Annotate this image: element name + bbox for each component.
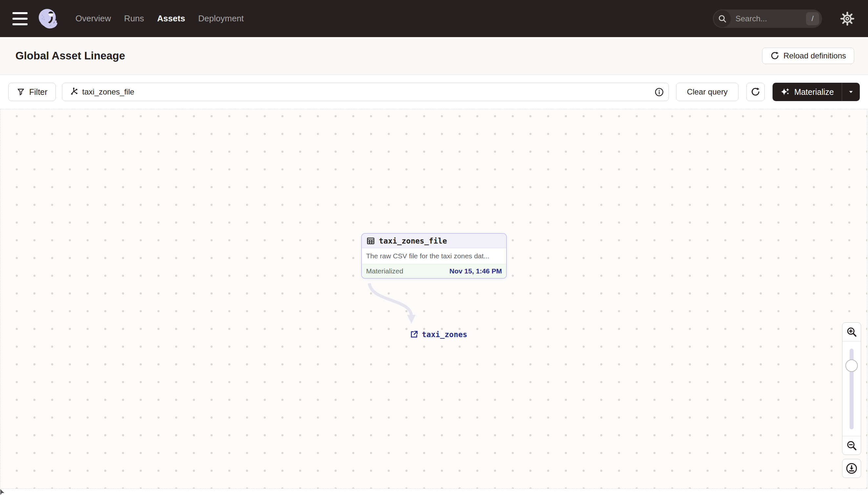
global-search[interactable]: / <box>713 10 822 28</box>
dagster-app: Overview Runs Assets Deployment / <box>0 0 868 495</box>
menu-icon[interactable] <box>13 12 28 25</box>
materialize-label: Materialize <box>794 87 834 97</box>
asset-node-footer: Materialized Nov 15, 1:46 PM <box>362 264 506 278</box>
zoom-slider-handle[interactable] <box>845 359 858 372</box>
nav-link-assets[interactable]: Assets <box>157 14 185 24</box>
funnel-icon <box>16 88 25 97</box>
settings-gear-icon[interactable] <box>839 11 855 27</box>
materialized-timestamp-link[interactable]: Nov 15, 1:46 PM <box>449 267 502 275</box>
primary-nav-links: Overview Runs Assets Deployment <box>75 14 244 24</box>
page-header: Global Asset Lineage Reload definitions <box>0 37 868 75</box>
reload-definitions-button[interactable]: Reload definitions <box>762 48 854 64</box>
download-image-button[interactable] <box>842 459 861 478</box>
nav-link-overview[interactable]: Overview <box>75 14 111 24</box>
zoom-slider[interactable] <box>843 341 861 436</box>
clear-query-button[interactable]: Clear query <box>676 83 739 101</box>
refresh-icon <box>770 51 779 61</box>
caret-down-icon <box>847 88 855 96</box>
materialize-dropdown-button[interactable] <box>842 83 860 101</box>
top-nav: Overview Runs Assets Deployment / <box>0 0 868 37</box>
materialize-split-button: Materialize <box>773 83 860 101</box>
zoom-out-button[interactable] <box>843 436 861 455</box>
zoom-controls <box>842 322 861 455</box>
materialize-button[interactable]: Materialize <box>773 83 842 101</box>
search-icon <box>714 10 731 27</box>
lineage-edge-arrow <box>361 277 424 332</box>
refresh-query-button[interactable] <box>746 83 765 101</box>
filter-button[interactable]: Filter <box>8 83 56 101</box>
nav-link-deployment[interactable]: Deployment <box>198 14 244 24</box>
table-icon <box>366 236 375 245</box>
asset-node-taxi-zones-file[interactable]: taxi_zones_file The raw CSV file for the… <box>361 233 507 279</box>
external-link-icon <box>409 329 419 339</box>
lineage-toolbar: Filter Clear query <box>0 75 868 109</box>
dagster-logo-icon <box>37 8 58 29</box>
zoom-in-icon <box>846 326 857 338</box>
asset-node-title: taxi_zones_file <box>379 237 447 245</box>
nav-link-runs[interactable]: Runs <box>124 14 144 24</box>
zoom-in-button[interactable] <box>843 323 861 341</box>
downstream-asset-link-taxi-zones[interactable]: taxi_zones <box>409 329 467 339</box>
search-shortcut-badge: / <box>806 12 819 25</box>
filter-label: Filter <box>29 87 48 97</box>
cursor-artifact <box>0 489 5 495</box>
asset-node-header: taxi_zones_file <box>362 234 506 248</box>
sparkle-icon <box>780 87 790 97</box>
materialized-status-label: Materialized <box>366 267 403 275</box>
downstream-asset-label: taxi_zones <box>422 330 467 339</box>
asset-node-description: The raw CSV file for the taxi zones dat.… <box>362 248 506 264</box>
lineage-canvas[interactable]: taxi_zones_file The raw CSV file for the… <box>0 109 867 489</box>
page-title: Global Asset Lineage <box>15 50 125 62</box>
lineage-graph-icon <box>68 87 78 97</box>
asset-query-input[interactable] <box>78 87 655 97</box>
reload-definitions-label: Reload definitions <box>783 51 846 61</box>
search-input[interactable] <box>731 14 806 23</box>
asset-selection-input[interactable] <box>62 83 669 101</box>
info-icon[interactable] <box>654 87 664 97</box>
zoom-out-icon <box>846 440 857 451</box>
download-icon <box>845 462 858 475</box>
